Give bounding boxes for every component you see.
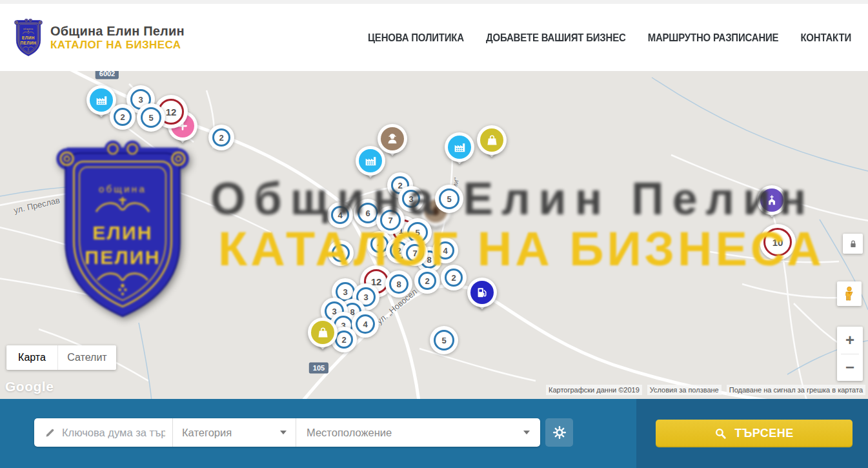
municipality-logo-icon: община ЕЛИН ПЕЛИН (13, 18, 44, 57)
search-bar: Категория Местоположение (0, 399, 868, 468)
factory-icon (448, 136, 471, 159)
map-type-map-button[interactable]: Карта (6, 345, 58, 370)
map-type-control: Карта Сателит (6, 345, 116, 370)
main-nav: ЦЕНОВА ПОЛИТИКА ДОБАВЕТЕ ВАШИЯТ БИЗНЕС М… (368, 32, 868, 43)
factory-pin-marker[interactable] (356, 146, 385, 176)
lock-icon (848, 239, 858, 249)
search-button[interactable]: ТЪРСЕНЕ (656, 420, 853, 447)
bag-pin-marker[interactable] (477, 125, 507, 155)
cluster-count: 5 (141, 107, 161, 128)
fuel-pin-marker[interactable] (467, 278, 497, 307)
location-dropdown[interactable]: Местоположение (296, 418, 540, 447)
search-group: Категория Местоположение (34, 418, 540, 447)
factory-pin-marker[interactable] (445, 132, 474, 162)
category-dropdown[interactable]: Категория (173, 418, 296, 447)
cluster-marker[interactable]: 2 (208, 125, 234, 150)
cluster-marker[interactable]: 4 (352, 310, 379, 338)
chevron-down-icon (280, 431, 287, 434)
bag-icon (311, 321, 334, 344)
search-bar-left: Категория Местоположение (0, 399, 636, 468)
nav-pricing[interactable]: ЦЕНОВА ПОЛИТИКА (368, 32, 464, 43)
nav-contacts[interactable]: КОНТАКТИ (800, 32, 851, 43)
zoom-control: + − (837, 327, 863, 381)
cluster-count: 2 (212, 128, 230, 147)
nav-add-business[interactable]: ДОБАВЕТЕ ВАШИЯТ БИЗНЕС (486, 32, 626, 43)
cluster-count: 8 (389, 274, 409, 294)
site-subtitle: КАТАЛОГ НА БИЗНЕСА (50, 39, 185, 52)
page: община ЕЛИН ПЕЛИН Община Елин Пелин КАТА… (0, 0, 868, 468)
map-canvas[interactable]: ул. Преславбул. „Новоселции“ 6002105 (0, 71, 868, 399)
advanced-search-button[interactable] (545, 418, 573, 447)
attribution-terms-link[interactable]: Условия за ползване (647, 385, 722, 395)
pegman-icon (842, 285, 856, 302)
map-attribution: Картографски данни ©2019 Условия за полз… (546, 385, 865, 395)
zoom-out-button[interactable]: − (837, 354, 863, 382)
category-dropdown-label: Категория (182, 427, 232, 439)
cluster-count: 5 (434, 330, 454, 351)
road-number-badge: 105 (309, 363, 328, 374)
map-lock-button[interactable] (843, 234, 863, 254)
factory-icon (359, 149, 382, 172)
search-bar-right: ТЪРСЕНЕ (636, 399, 868, 468)
cluster-count: 2 (114, 108, 132, 126)
watermark-subtitle: КАТАЛОГ НА БИЗНЕСА (218, 225, 825, 273)
cluster-marker[interactable]: 2 (110, 104, 136, 130)
zoom-in-button[interactable]: + (837, 327, 863, 354)
keyword-section[interactable] (34, 418, 173, 447)
chevron-down-icon (523, 431, 530, 434)
attribution-copyright: Картографски данни ©2019 (546, 385, 642, 395)
search-button-label: ТЪРСЕНЕ (734, 427, 794, 440)
search-icon (714, 427, 727, 440)
svg-text:ЕЛИН: ЕЛИН (92, 222, 153, 243)
cluster-count: 2 (335, 331, 353, 349)
site-header: община ЕЛИН ПЕЛИН Община Елин Пелин КАТА… (0, 0, 868, 71)
road-number-badge: 6002 (96, 71, 119, 79)
brand[interactable]: община ЕЛИН ПЕЛИН Община Елин Пелин КАТА… (0, 18, 185, 57)
svg-text:ЕЛИН: ЕЛИН (22, 36, 35, 40)
svg-text:ПЕЛИН: ПЕЛИН (85, 247, 160, 268)
svg-text:ПЕЛИН: ПЕЛИН (21, 41, 37, 45)
cluster-marker[interactable]: 5 (137, 103, 165, 132)
attribution-report-link[interactable]: Подаване на сигнал за грешка в картата (727, 385, 865, 395)
bag-pin-marker[interactable] (308, 318, 338, 347)
factory-icon (90, 88, 113, 112)
pencil-icon (45, 427, 56, 438)
site-title: Община Елин Пелин (50, 24, 185, 39)
pegman-button[interactable] (837, 281, 862, 306)
bag-icon (480, 128, 503, 152)
svg-text:община: община (99, 183, 146, 194)
watermark-shield: община ЕЛИН ПЕЛИН (53, 136, 192, 323)
keyword-search-input[interactable] (62, 427, 165, 439)
cluster-count: 4 (356, 314, 375, 334)
gear-icon (553, 426, 566, 439)
map-type-satellite-button[interactable]: Сателит (58, 345, 116, 370)
watermark-title: Община Елин Пелин (210, 176, 814, 221)
fuel-icon (470, 281, 494, 304)
google-logo[interactable]: Google (5, 379, 54, 394)
location-dropdown-label: Местоположение (307, 427, 392, 439)
nav-bus-schedule[interactable]: МАРШРУТНО РАЗПИСАНИЕ (648, 32, 779, 43)
cluster-marker[interactable]: 5 (430, 326, 458, 354)
svg-text:община: община (23, 28, 34, 30)
